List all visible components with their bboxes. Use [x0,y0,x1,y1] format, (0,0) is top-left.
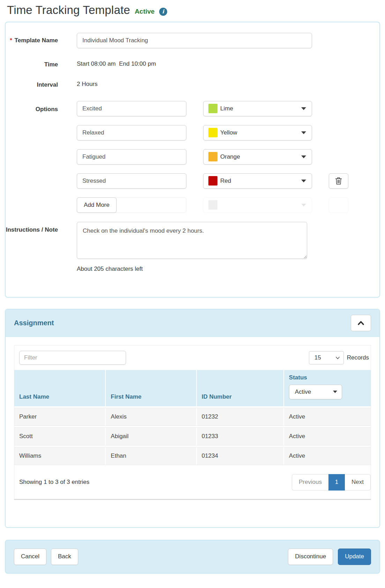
cell-status: Active [283,447,371,465]
table-row: Scott Abigail 01233 Active [14,427,371,445]
time-value: Start 08:00 am End 10:00 pm [77,60,156,67]
caret-down-icon [301,204,306,206]
caret-down-icon [301,107,306,110]
color-swatch [208,128,217,137]
instructions-row: Instructions / Note Check on the individ… [6,222,379,273]
column-header-first-name: First Name [105,370,196,406]
time-label: Time [6,60,58,69]
trash-icon [335,177,342,185]
cell-id-number: 01233 [196,428,283,445]
option-row: Red [77,173,348,189]
pagination: Previous 1 Next [292,474,371,491]
required-asterisk: * [10,37,12,44]
caret-down-icon [301,155,306,158]
ghost-delete-button [329,197,348,213]
records-select-control[interactable]: 15 [309,351,343,364]
color-name: Red [220,177,231,184]
caret-down-icon [301,131,306,134]
option-row: Lime [77,101,348,116]
assignment-title: Assignment [14,319,54,327]
assignment-panel: Assignment 15 Re [5,309,380,528]
records-select[interactable]: 15 [309,351,344,364]
add-more-button[interactable]: Add More [77,197,117,213]
cell-first-name: Ethan [105,447,196,465]
status-filter-dropdown[interactable]: Active [289,385,342,399]
action-bar: Cancel Back Discontinue Update [5,540,380,574]
interval-value: 2 Hours [77,80,98,88]
table-footer: Showing 1 to 3 of 3 entries Previous 1 N… [14,466,371,499]
table-row: Parker Alexis 01232 Active [14,408,371,426]
back-button[interactable]: Back [51,549,78,565]
cell-first-name: Abigail [105,428,196,445]
records-per-page: 15 Records [309,351,369,364]
color-swatch [208,176,217,186]
entries-summary: Showing 1 to 3 of 3 entries [19,479,89,486]
cancel-button[interactable]: Cancel [14,549,46,565]
option-name-input[interactable] [77,149,186,165]
ghost-color-swatch [208,200,217,210]
caret-down-icon [333,391,337,393]
template-name-label-text: Template Name [15,37,58,44]
option-name-input[interactable] [77,101,186,116]
color-name: Yellow [220,129,237,136]
assignment-header: Assignment [6,310,379,337]
chevron-up-icon [356,319,365,326]
color-swatch [208,152,217,161]
collapse-section-button[interactable] [351,315,371,331]
info-icon[interactable]: i [159,8,167,16]
add-more-row: Add More [77,197,348,213]
filter-input[interactable] [19,351,126,365]
assignment-body: 15 Records Last Name First Name ID Numbe… [6,337,379,527]
cell-last-name: Williams [14,447,105,465]
instructions-textarea[interactable]: Check on the individual's mood every 2 h… [77,222,307,259]
cell-first-name: Alexis [105,408,196,426]
records-label: Records [347,354,369,361]
discontinue-button[interactable]: Discontinue [288,549,333,565]
cell-status: Active [283,428,371,445]
status-badge: Active [135,8,155,15]
template-name-label: * Template Name [6,33,58,45]
status-filter-value: Active [295,389,311,395]
cell-last-name: Parker [14,408,105,426]
cell-id-number: 01232 [196,408,283,426]
option-color-dropdown[interactable]: Orange [203,149,312,165]
option-row: Orange [77,149,348,165]
color-name: Orange [220,153,240,160]
cell-id-number: 01234 [196,447,283,465]
option-color-dropdown[interactable]: Lime [203,101,312,116]
option-name-input[interactable] [77,125,186,140]
option-color-dropdown[interactable]: Yellow [203,125,312,140]
characters-left-hint: About 205 characters left [77,266,307,273]
delete-option-button[interactable] [329,173,348,189]
options-label: Options [6,101,58,114]
color-swatch [208,104,217,113]
column-header-status: Status Active [283,370,371,406]
previous-page-button[interactable]: Previous [292,474,328,491]
interval-label: Interval [6,80,58,89]
page-header: Time Tracking Template Active i [0,0,385,19]
column-header-id-number: ID Number [196,370,283,406]
option-name-input[interactable] [77,173,186,189]
cell-status: Active [283,408,371,426]
caret-down-icon [301,180,306,182]
interval-row: Interval 2 Hours [6,80,379,89]
status-column-title: Status [289,374,371,381]
option-row: Yellow [77,125,348,140]
cell-last-name: Scott [14,428,105,445]
assignment-table-container: 15 Records Last Name First Name ID Numbe… [14,345,371,500]
ghost-option-color-dropdown [203,197,312,213]
update-button[interactable]: Update [338,549,371,565]
time-row: Time Start 08:00 am End 10:00 pm [6,60,379,69]
template-form-panel: * Template Name Time Start 08:00 am End … [5,22,380,298]
color-name: Lime [220,105,233,112]
next-page-button[interactable]: Next [345,474,371,491]
template-name-input[interactable] [77,33,312,48]
table-toolbar: 15 Records [14,346,371,370]
table-row: Williams Ethan 01234 Active [14,447,371,465]
current-page-button[interactable]: 1 [328,474,345,491]
template-name-row: * Template Name [6,33,379,48]
table-header-row: Last Name First Name ID Number Status Ac… [14,370,371,406]
options-section: Options Lime Yellow [6,101,379,222]
instructions-label: Instructions / Note [6,222,58,234]
option-color-dropdown[interactable]: Red [203,173,312,189]
